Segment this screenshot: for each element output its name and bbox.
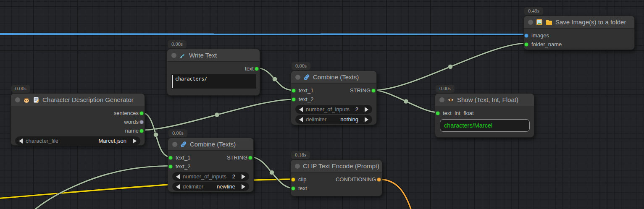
node-combine-texts-bottom[interactable]: 0.00s Combine (Texts) text_1 STRING text… bbox=[168, 138, 254, 192]
collapse-dot[interactable] bbox=[295, 75, 300, 80]
output-port-conditioning[interactable] bbox=[377, 178, 381, 182]
slot-row: text_1 STRING bbox=[168, 153, 253, 162]
node-title: Combine (Texts) bbox=[190, 141, 236, 148]
node-title: CLIP Text Encode (Prompt) bbox=[303, 162, 379, 170]
collapse-dot[interactable] bbox=[439, 97, 444, 102]
input-port-text-int-float[interactable] bbox=[436, 111, 440, 115]
node-titlebar[interactable]: CLIP Text Encode (Prompt) bbox=[291, 160, 382, 172]
input-port-text-1[interactable] bbox=[168, 156, 173, 160]
number-of-inputs-widget[interactable]: number_of_inputs 2 bbox=[172, 172, 249, 181]
link-icon bbox=[180, 141, 187, 148]
output-port-string[interactable] bbox=[248, 156, 252, 160]
increment-arrow-icon[interactable] bbox=[242, 184, 245, 189]
input-port-images[interactable] bbox=[524, 34, 528, 38]
node-clip-text-encode[interactable]: 0.18s CLIP Text Encode (Prompt) clip CON… bbox=[290, 159, 382, 196]
node-graph-canvas[interactable]: 0.00s Character Description Generator se… bbox=[0, 0, 644, 209]
decrement-arrow-icon[interactable] bbox=[176, 184, 180, 189]
decrement-arrow-icon[interactable] bbox=[19, 138, 23, 144]
execution-time-badge: 0.00s bbox=[168, 40, 187, 48]
output-port-string[interactable] bbox=[371, 89, 376, 93]
output-row-name: name bbox=[11, 126, 145, 135]
character-file-widget[interactable]: character_file Marcel.json bbox=[15, 136, 140, 145]
node-save-images-to-folder[interactable]: 0.49s Save Image(s) to a folder images f… bbox=[523, 16, 635, 50]
input-row-images: images bbox=[524, 31, 634, 40]
input-row-text-int-float: text_int_float bbox=[435, 109, 534, 118]
output-port-text[interactable] bbox=[255, 67, 259, 71]
output-row-words: words bbox=[11, 118, 145, 126]
node-title: Save Image(s) to a folder bbox=[555, 18, 626, 26]
node-titlebar[interactable]: Character Description Generator bbox=[11, 94, 145, 106]
link-midpoint-dot bbox=[448, 65, 453, 69]
node-titlebar[interactable]: Save Image(s) to a folder bbox=[524, 16, 634, 29]
execution-time-badge: 0.00s bbox=[292, 62, 310, 70]
node-title: Combine (Texts) bbox=[313, 73, 359, 81]
node-show-text-int-float[interactable]: 0.00s Show (Text, Int, Float) text_int_f… bbox=[435, 93, 534, 138]
increment-arrow-icon[interactable] bbox=[365, 107, 368, 112]
execution-time-badge: 0.49s bbox=[524, 7, 543, 15]
link-midpoint-dot bbox=[270, 170, 274, 175]
execution-time-badge: 0.00s bbox=[11, 85, 30, 93]
output-row-text: text bbox=[167, 64, 260, 73]
decrement-arrow-icon[interactable] bbox=[299, 117, 303, 122]
collapse-dot[interactable] bbox=[295, 164, 300, 169]
node-titlebar[interactable]: Combine (Texts) bbox=[168, 138, 253, 151]
slot-row: text bbox=[291, 184, 382, 193]
increment-arrow-icon[interactable] bbox=[365, 117, 368, 122]
decrement-arrow-icon[interactable] bbox=[176, 174, 180, 179]
slot-row: text_2 bbox=[168, 162, 253, 171]
output-port-name[interactable] bbox=[139, 129, 144, 133]
link-midpoint-dot bbox=[273, 77, 277, 81]
person-icon bbox=[23, 97, 30, 103]
text-cursor bbox=[172, 75, 173, 88]
input-port-clip[interactable] bbox=[291, 178, 295, 182]
node-titlebar[interactable]: Combine (Texts) bbox=[291, 71, 376, 84]
input-row-folder-name: folder_name bbox=[524, 40, 634, 49]
show-value-display: characters/Marcel bbox=[440, 119, 530, 132]
increment-arrow-icon[interactable] bbox=[133, 138, 137, 144]
node-title: Write Text bbox=[189, 52, 217, 59]
slot-row: clip CONDITIONING bbox=[291, 175, 382, 184]
delimiter-widget[interactable]: delimiter nothing bbox=[295, 115, 372, 124]
input-port-text[interactable] bbox=[291, 186, 295, 191]
text-input-area[interactable]: characters/ bbox=[171, 74, 256, 89]
fountain-pen-icon bbox=[179, 52, 186, 59]
link-midpoint-dot bbox=[215, 112, 219, 117]
node-write-text[interactable]: 0.00s Write Text text characters/ bbox=[167, 49, 260, 96]
eye-icon bbox=[447, 97, 454, 103]
input-port-text-1[interactable] bbox=[292, 89, 296, 93]
node-combine-texts-top[interactable]: 0.00s Combine (Texts) text_1 STRING text… bbox=[291, 71, 377, 125]
collapse-dot[interactable] bbox=[15, 97, 20, 102]
input-port-folder-name[interactable] bbox=[524, 42, 528, 47]
output-port-words[interactable] bbox=[139, 120, 144, 124]
increment-arrow-icon[interactable] bbox=[242, 174, 245, 179]
decrement-arrow-icon[interactable] bbox=[299, 107, 303, 112]
delimiter-widget[interactable]: delimiter newline bbox=[172, 182, 249, 191]
node-titlebar[interactable]: Show (Text, Int, Float) bbox=[435, 94, 534, 106]
slot-row: text_1 STRING bbox=[291, 86, 376, 95]
memo-icon bbox=[33, 97, 39, 103]
execution-time-badge: 0.00s bbox=[168, 129, 187, 137]
output-port-sentences[interactable] bbox=[139, 111, 144, 115]
collapse-dot[interactable] bbox=[172, 142, 177, 147]
execution-time-badge: 0.00s bbox=[436, 85, 455, 93]
framed-picture-icon bbox=[536, 19, 543, 26]
folder-icon bbox=[546, 19, 552, 26]
node-title: Show (Text, Int, Float) bbox=[457, 96, 518, 103]
node-character-description-generator[interactable]: 0.00s Character Description Generator se… bbox=[11, 93, 145, 146]
link-icon bbox=[303, 74, 310, 81]
input-port-text-2[interactable] bbox=[168, 165, 173, 169]
node-titlebar[interactable]: Write Text bbox=[167, 49, 260, 62]
link-midpoint-dot bbox=[154, 133, 158, 137]
output-row-sentences: sentences bbox=[11, 109, 145, 118]
number-of-inputs-widget[interactable]: number_of_inputs 2 bbox=[295, 105, 372, 114]
link-midpoint-dot bbox=[404, 99, 408, 104]
input-port-text-2[interactable] bbox=[292, 97, 296, 102]
collapse-dot[interactable] bbox=[171, 53, 176, 58]
node-title: Character Description Generator bbox=[42, 96, 134, 103]
execution-time-badge: 0.18s bbox=[291, 151, 310, 159]
collapse-dot[interactable] bbox=[528, 20, 533, 25]
slot-row: text_2 bbox=[291, 95, 376, 104]
